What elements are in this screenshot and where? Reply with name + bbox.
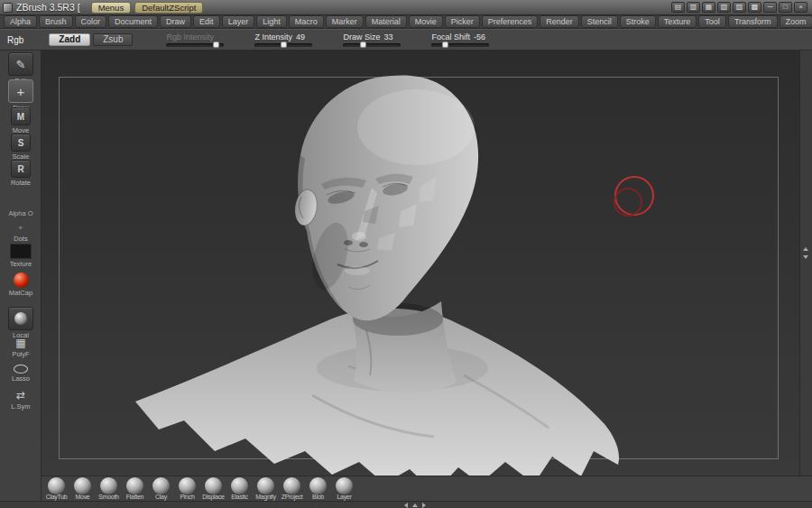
polyframe-grid-icon: ▦ (15, 337, 25, 349)
brush-preset-button[interactable]: ClayTub (43, 477, 69, 500)
texture-slot-button[interactable]: Texture (0, 244, 42, 268)
brush-label: Flatten (126, 494, 143, 500)
scale-icon: S (18, 138, 24, 148)
menu-item[interactable]: Color (75, 15, 107, 28)
titlebar-icon-button[interactable]: ▧ (717, 2, 731, 13)
document-canvas[interactable] (42, 51, 799, 476)
draw-size-slider[interactable]: Draw Size33 (343, 32, 401, 47)
titlebar-icon-button[interactable]: ─ (763, 2, 777, 13)
titlebar-icon-button[interactable]: ▤ (671, 2, 685, 13)
brush-preset-button[interactable]: Move (69, 477, 96, 500)
titlebar-icon-button[interactable]: ▦ (702, 2, 715, 13)
focal-shift-slider[interactable]: Focal Shift-56 (431, 32, 489, 47)
texture-slot-icon (10, 244, 32, 259)
menu-item[interactable]: Tool (698, 15, 726, 28)
titlebar-icon-button[interactable]: ▨ (733, 2, 746, 13)
brush-preset-button[interactable]: Clay (148, 477, 174, 500)
brush-sphere-icon (48, 477, 65, 494)
z-intensity-slider[interactable]: Z Intensity49 (254, 32, 312, 47)
focal-shift-track[interactable] (431, 43, 489, 47)
alpha-slot-label[interactable]: Alpha O (0, 209, 42, 217)
brush-label: ClayTub (46, 494, 68, 500)
scroll-right-icon[interactable] (422, 503, 426, 508)
local-symmetry-button[interactable]: ⇄ L.Sym (0, 390, 42, 411)
brush-preset-button[interactable]: Blob (305, 477, 331, 500)
titlebar-icon-button[interactable]: × (794, 2, 807, 13)
draw-size-value: 33 (384, 32, 393, 42)
rgb-intensity-thumb[interactable] (213, 42, 219, 48)
z-intensity-thumb[interactable] (281, 42, 287, 48)
menu-item[interactable]: Movie (409, 15, 443, 28)
brush-cursor (42, 51, 799, 476)
menu-item[interactable]: Preferences (482, 15, 539, 28)
titlebar-icon-button[interactable]: ▩ (748, 2, 761, 13)
scroll-down-icon[interactable] (803, 255, 808, 259)
horizontal-scrollbar[interactable] (0, 501, 812, 508)
pencil-icon: ✎ (16, 58, 26, 71)
brush-preset-button[interactable]: Layer (331, 477, 357, 500)
menu-item[interactable]: Layer (222, 15, 255, 28)
brush-preset-button[interactable]: Magnify (253, 477, 279, 500)
brush-label: Displace (202, 494, 224, 500)
move-tool-button[interactable]: M Move (0, 107, 42, 134)
lasso-select-button[interactable]: Lasso (0, 365, 42, 383)
brush-label: Blob (312, 494, 324, 500)
focal-shift-thumb[interactable] (442, 42, 448, 48)
rgb-intensity-track[interactable] (166, 43, 224, 47)
brush-preset-button[interactable]: Pinch (174, 477, 200, 500)
rotate-tool-button[interactable]: R Rotate (0, 160, 42, 187)
menu-item[interactable]: Macro (289, 15, 324, 28)
draw-size-thumb[interactable] (360, 42, 366, 48)
rgb-label[interactable]: Rgb (7, 35, 23, 45)
brush-label: Pinch (180, 494, 194, 500)
menu-item[interactable]: Brush (39, 15, 73, 28)
menu-item[interactable]: Transform (728, 15, 778, 28)
menu-item[interactable]: Draw (160, 15, 191, 28)
focal-shift-label: Focal Shift-56 (431, 32, 489, 42)
polyframe-button[interactable]: ▦ PolyF (0, 337, 42, 358)
menu-item[interactable]: Marker (326, 15, 364, 28)
local-transform-button[interactable]: Local (0, 307, 42, 339)
brush-preset-button[interactable]: Smooth (96, 477, 122, 500)
menu-item[interactable]: Material (365, 15, 407, 28)
left-toolbar: ✎ Edit + Draw M Move S Scale R Rotate Al… (0, 51, 42, 508)
menu-item[interactable]: Light (256, 15, 287, 28)
menu-item[interactable]: Render (540, 15, 579, 28)
titlebar-icon-button[interactable]: □ (779, 2, 792, 13)
brush-preset-button[interactable]: Displace (200, 477, 226, 500)
zadd-button[interactable]: Zadd (49, 33, 90, 46)
menu-item[interactable]: Document (108, 15, 158, 28)
brush-sphere-icon (283, 477, 300, 494)
menu-item[interactable]: Picker (445, 15, 480, 28)
titlebar-icon-button[interactable]: ▥ (687, 2, 700, 13)
z-intensity-track[interactable] (254, 43, 312, 47)
menu-item[interactable]: Stencil (581, 15, 618, 28)
matcap-slot-button[interactable]: MatCap (0, 272, 42, 297)
stroke-dots-button[interactable]: ◦ Dots (0, 222, 42, 243)
brush-preset-button[interactable]: Elastic (226, 477, 253, 500)
scroll-center-icon[interactable] (412, 503, 418, 507)
brush-sphere-icon (257, 477, 274, 494)
brush-sphere-icon (231, 477, 248, 494)
scale-tool-button[interactable]: S Scale (0, 134, 42, 161)
draw-size-track[interactable] (343, 43, 401, 47)
default-zscript-button[interactable]: DefaultZScript (134, 2, 203, 14)
title-bar: ZBrush 3.5R3 [ Menus DefaultZScript ▤ ▥ … (0, 0, 812, 15)
scroll-up-icon[interactable] (803, 247, 808, 251)
brush-preset-button[interactable]: ZProject (279, 477, 305, 500)
menu-item[interactable]: Alpha (4, 15, 37, 28)
scroll-left-icon[interactable] (404, 503, 408, 508)
menu-item[interactable]: Texture (658, 15, 697, 28)
menus-button[interactable]: Menus (91, 2, 132, 14)
zsub-button[interactable]: Zsub (93, 33, 133, 46)
menu-item[interactable]: Stroke (620, 15, 656, 28)
draw-size-label: Draw Size33 (343, 32, 401, 42)
rgb-intensity-slider[interactable]: Rgb Intensity (166, 32, 224, 47)
menu-item[interactable]: Zoom (780, 15, 812, 28)
vertical-scrollbar[interactable] (799, 51, 812, 476)
menu-item[interactable]: Edit (193, 15, 220, 28)
matcap-sphere-icon (14, 272, 29, 288)
window-title: ZBrush 3.5R3 [ (16, 2, 80, 13)
brush-preset-button[interactable]: Flatten (122, 477, 148, 500)
crosshair-icon: + (17, 84, 25, 99)
